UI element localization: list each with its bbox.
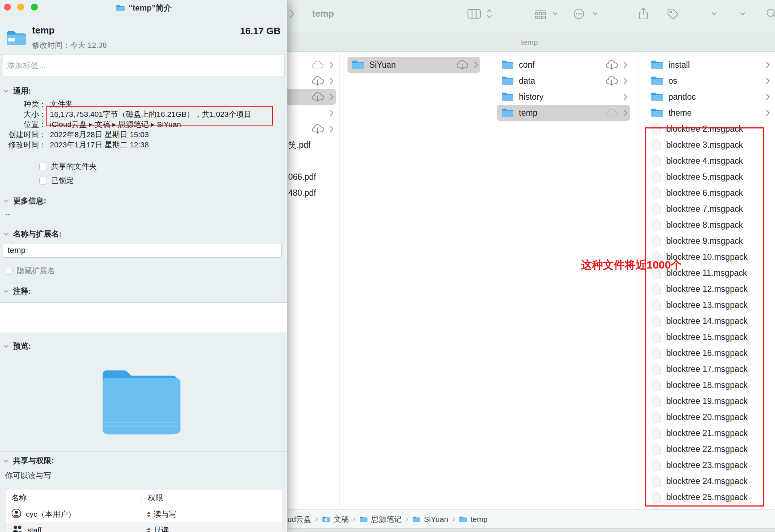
more-actions-chevron-icon[interactable] [592,7,598,20]
finder-row[interactable]: theme [647,105,772,121]
finder-row[interactable]: 笑.pdf [284,137,336,153]
finder-row[interactable]: blocktree 15.msgpack [647,329,772,345]
cloud-download-icon [311,91,324,102]
finder-row[interactable]: blocktree 3.msgpack [647,137,772,153]
modified-value: 今天 12:38 [70,41,107,49]
minimize-button[interactable] [17,4,24,11]
finder-row[interactable]: blocktree 22.msgpack [647,441,772,457]
tags-input[interactable]: 添加标签... [3,55,285,76]
finder-row[interactable]: conf [497,57,630,73]
finder-row[interactable]: data [497,73,630,89]
permission-row[interactable]: staff 只读 [5,522,282,532]
column-view-icon[interactable] [467,7,481,20]
finder-row[interactable]: blocktree 18.msgpack [647,377,772,393]
finder-row[interactable]: blocktree 23.msgpack [647,457,772,473]
path-item[interactable]: SiYuan › [412,515,459,524]
folder-icon [651,108,664,118]
folder-icon [459,516,467,523]
finder-row[interactable]: blocktree 9.msgpack [647,233,772,249]
hide-extension-checkbox[interactable]: 隐藏扩展名 [5,266,55,276]
finder-row[interactable]: os [647,73,772,89]
share-icon[interactable] [637,7,649,20]
search-icon[interactable] [765,7,775,20]
section-general[interactable]: 通用: [4,86,31,96]
section-sharing-label: 共享与权限: [13,456,54,466]
item-name: blocktree 23.msgpack [666,460,770,470]
path-item[interactable]: 思源笔记 › [359,514,412,524]
finder-row[interactable] [284,105,336,121]
section-preview[interactable]: 预览: [4,341,31,351]
finder-tab-bar[interactable]: temp [284,33,775,52]
comments-textarea[interactable] [0,302,287,333]
checkbox[interactable] [39,163,47,170]
finder-row[interactable]: blocktree 21.msgpack [647,425,772,441]
finder-row[interactable]: pandoc [647,89,772,105]
info-row-label: 大小： [0,109,47,119]
section-name-ext[interactable]: 名称与扩展名: [4,229,61,239]
finder-row[interactable]: blocktree 13.msgpack [647,297,772,313]
permission-level-dropdown[interactable]: 只读 [142,525,169,532]
cloud-download-icon [605,59,618,70]
group-by-icon[interactable] [533,7,547,20]
locked-checkbox[interactable]: 已锁定 [39,175,74,186]
finder-row[interactable]: 066.pdf [284,169,336,185]
finder-row[interactable] [284,121,336,137]
path-item-label: ud云盘 [287,514,311,524]
forward-chevron-icon[interactable] [289,7,295,20]
screenshot-stage: temp [0,0,775,532]
section-sharing[interactable]: 共享与权限: [4,456,54,466]
finder-row[interactable]: blocktree 24.msgpack [647,473,772,489]
finder-row[interactable] [284,73,336,89]
folder-icon [359,516,368,523]
path-item[interactable]: 文稿 › [322,514,359,524]
shared-folder-checkbox[interactable]: 共享的文件夹 [39,161,97,171]
finder-row[interactable]: blocktree 8.msgpack [647,217,772,233]
path-item[interactable]: ud云盘 › [287,514,322,524]
finder-row[interactable]: blocktree 6.msgpack [647,185,772,201]
folder-icon [501,60,514,70]
tags-icon[interactable] [666,7,679,20]
finder-row[interactable]: blocktree 19.msgpack [647,393,772,409]
finder-row[interactable]: blocktree 12.msgpack [647,281,772,297]
file-icon [652,155,661,167]
finder-row[interactable]: blocktree 16.msgpack [647,345,772,361]
more-actions-icon[interactable] [572,7,585,20]
chevron-right-icon [766,93,770,100]
finder-row[interactable]: blocktree 20.msgpack [647,409,772,425]
finder-row[interactable]: blocktree 4.msgpack [647,153,772,169]
close-button[interactable] [4,4,11,11]
cloud-download-icon [311,75,324,86]
finder-row[interactable]: SiYuan [347,57,480,73]
finder-row[interactable]: install [647,57,772,73]
checkbox[interactable] [5,267,13,275]
total-size: 16.17 GB [240,25,281,37]
info-row-value: 2022年8月28日 星期日 15:03 [50,130,149,140]
section-more-info[interactable]: 更多信息: [4,196,46,206]
finder-row[interactable]: history [497,89,630,105]
finder-toolbar: temp [284,0,775,33]
path-item[interactable]: temp › [459,515,488,524]
path-separator: › [406,515,408,524]
permission-level-dropdown[interactable]: 读与写 [142,509,176,519]
finder-row[interactable] [647,505,772,509]
finder-row[interactable]: 480.pdf [284,185,336,201]
finder-row[interactable] [284,89,336,105]
finder-row[interactable]: blocktree 2.msgpack [647,121,772,137]
finder-row[interactable] [284,57,336,73]
finder-row[interactable]: temp [497,105,630,121]
finder-row[interactable]: blocktree 7.msgpack [647,201,772,217]
finder-row[interactable]: blocktree 17.msgpack [647,361,772,377]
zoom-button[interactable] [31,4,38,11]
group-by-chevron-icon[interactable] [552,7,558,20]
checkbox[interactable] [39,177,47,184]
item-name: blocktree 13.msgpack [666,300,770,310]
name-input[interactable] [3,243,282,258]
finder-row[interactable]: blocktree 25.msgpack [647,489,772,505]
finder-row[interactable]: blocktree 14.msgpack [647,313,772,329]
toolbar-overflow-chevron-icon[interactable] [711,7,717,20]
finder-row[interactable]: blocktree 5.msgpack [647,169,772,185]
section-comments[interactable]: 注释: [4,286,31,296]
toolbar-overflow-chevron2-icon[interactable] [740,7,746,20]
view-sort-chevrons-icon[interactable] [486,7,493,20]
permission-row[interactable]: cyc（本用户） 读与写 [5,506,282,522]
